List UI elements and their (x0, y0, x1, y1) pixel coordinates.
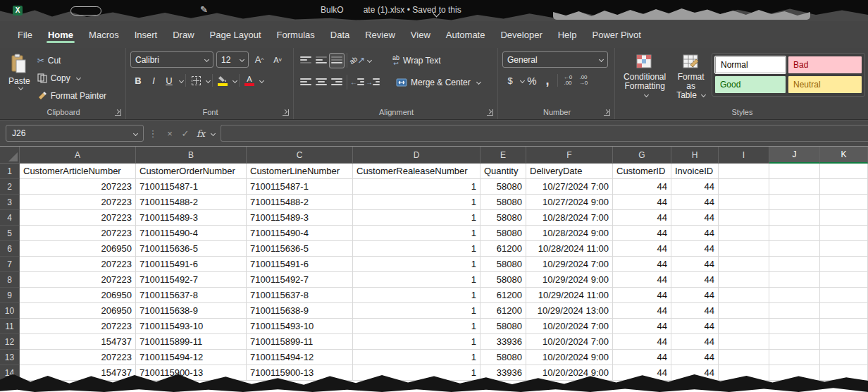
cell-C3[interactable]: 7100115488-2 (247, 195, 353, 210)
cell-E12[interactable]: 33936 (480, 334, 526, 350)
cell-G13[interactable]: 44 (613, 350, 671, 365)
cell-K5[interactable] (820, 226, 868, 241)
cell-K11[interactable] (820, 319, 868, 334)
cell-K12[interactable] (820, 334, 868, 350)
tab-macros[interactable]: Macros (81, 23, 127, 46)
decrease-decimal-button[interactable]: .00→0 (576, 73, 591, 88)
cell-D4[interactable]: 1 (353, 210, 480, 226)
cell-G12[interactable]: 44 (613, 334, 671, 350)
cell-B10[interactable]: 7100115638-9 (136, 303, 247, 319)
cell-F12[interactable]: 10/20/2024 7:00 (526, 334, 613, 350)
font-name-combo[interactable]: Calibri (130, 51, 213, 68)
cell-G9[interactable]: 44 (613, 288, 671, 303)
cell-F10[interactable]: 10/29/2024 13:00 (526, 303, 613, 319)
cell-K7[interactable] (820, 257, 868, 272)
style-bad[interactable]: Bad (788, 56, 862, 73)
cell-E10[interactable]: 61200 (480, 303, 526, 319)
col-header-A[interactable]: A (20, 147, 136, 164)
cell-D8[interactable]: 1 (353, 272, 480, 288)
cell-J7[interactable] (769, 257, 820, 272)
font-color-button[interactable]: A (242, 73, 257, 88)
cell-E8[interactable]: 58080 (480, 272, 526, 288)
name-box[interactable]: J26 (6, 125, 144, 142)
cell-F2[interactable]: 10/27/2024 7:00 (526, 179, 613, 195)
row-header-6[interactable]: 6 (0, 241, 20, 257)
cell-B1[interactable]: CustomerOrderNumber (136, 164, 247, 179)
cell-B8[interactable]: 7100115492-7 (136, 272, 247, 288)
cell-H11[interactable]: 44 (671, 319, 719, 334)
cell-D9[interactable]: 1 (353, 288, 480, 303)
tab-data[interactable]: Data (323, 23, 357, 46)
cell-A11[interactable]: 207223 (20, 319, 136, 334)
cell-H7[interactable]: 44 (671, 257, 719, 272)
cell-I5[interactable] (719, 226, 769, 241)
cell-C12[interactable]: 7100115899-11 (247, 334, 353, 350)
cell-G8[interactable]: 44 (613, 272, 671, 288)
cell-K1[interactable] (820, 164, 868, 179)
cell-C1[interactable]: CustomerLineNumber (247, 164, 353, 179)
cell-F4[interactable]: 10/28/2024 7:00 (526, 210, 613, 226)
cell-J1[interactable] (769, 164, 820, 179)
cell-C6[interactable]: 7100115636-5 (247, 241, 353, 257)
tab-file[interactable]: File (10, 23, 40, 46)
cell-C9[interactable]: 7100115637-8 (247, 288, 353, 303)
cell-G4[interactable]: 44 (613, 210, 671, 226)
cell-C5[interactable]: 7100115490-4 (247, 226, 353, 241)
col-header-I[interactable]: I (719, 147, 769, 164)
col-header-C[interactable]: C (247, 147, 353, 164)
col-header-E[interactable]: E (480, 147, 526, 164)
cell-D3[interactable]: 1 (353, 195, 480, 210)
cell-K2[interactable] (820, 179, 868, 195)
col-header-B[interactable]: B (136, 147, 247, 164)
search-box-fragment[interactable] (553, 6, 810, 20)
cell-F11[interactable]: 10/20/2024 7:00 (526, 319, 613, 334)
cell-D11[interactable]: 1 (353, 319, 480, 334)
conditional-formatting-button[interactable]: ConditionalFormatting (619, 51, 670, 106)
cell-A4[interactable]: 207223 (20, 210, 136, 226)
cell-I1[interactable] (719, 164, 769, 179)
style-good[interactable]: Good (715, 76, 786, 93)
cell-B5[interactable]: 7100115490-4 (136, 226, 247, 241)
clipboard-dialog-launcher-icon[interactable] (115, 109, 121, 116)
cell-E1[interactable]: Quantity (480, 164, 526, 179)
cell-B7[interactable]: 7100115491-6 (136, 257, 247, 272)
cell-F8[interactable]: 10/29/2024 9:00 (526, 272, 613, 288)
cell-H10[interactable]: 44 (671, 303, 719, 319)
cell-K13[interactable] (820, 350, 868, 365)
col-header-D[interactable]: D (353, 147, 480, 164)
cut-button[interactable]: ✂ Cut (35, 51, 109, 69)
row-header-4[interactable]: 4 (0, 210, 20, 226)
col-header-F[interactable]: F (526, 147, 613, 164)
cell-E7[interactable]: 58080 (480, 257, 526, 272)
row-header-11[interactable]: 11 (0, 319, 20, 334)
cell-K10[interactable] (820, 303, 868, 319)
cell-E3[interactable]: 58080 (480, 195, 526, 210)
format-painter-button[interactable]: Format Painter (35, 87, 109, 104)
cell-C11[interactable]: 7100115493-10 (247, 319, 353, 334)
cell-H12[interactable]: 44 (671, 334, 719, 350)
cell-D2[interactable]: 1 (353, 179, 480, 195)
cell-F5[interactable]: 10/28/2024 9:00 (526, 226, 613, 241)
cell-I7[interactable] (719, 257, 769, 272)
cell-D7[interactable]: 1 (353, 257, 480, 272)
grow-font-button[interactable]: A^ (252, 52, 267, 68)
cell-B9[interactable]: 7100115637-8 (136, 288, 247, 303)
tab-help[interactable]: Help (550, 23, 585, 46)
row-header-10[interactable]: 10 (0, 303, 20, 319)
col-header-H[interactable]: H (671, 147, 719, 164)
wrap-text-button[interactable]: ab↩ Wrap Text (390, 51, 444, 69)
cell-F9[interactable]: 10/29/2024 11:00 (526, 288, 613, 303)
formula-input[interactable] (221, 125, 868, 142)
cell-K6[interactable] (820, 241, 868, 257)
cell-A9[interactable]: 206950 (20, 288, 136, 303)
cell-H4[interactable]: 44 (671, 210, 719, 226)
cell-I2[interactable] (719, 179, 769, 195)
cell-J6[interactable] (769, 241, 820, 257)
cell-F1[interactable]: DeliveryDate (526, 164, 613, 179)
alignment-dialog-launcher-icon[interactable] (487, 109, 493, 116)
align-center-button[interactable] (314, 75, 329, 90)
tab-automate[interactable]: Automate (438, 23, 493, 46)
col-header-G[interactable]: G (613, 147, 671, 164)
tab-power-pivot[interactable]: Power Pivot (584, 23, 648, 46)
cell-E11[interactable]: 58080 (480, 319, 526, 334)
